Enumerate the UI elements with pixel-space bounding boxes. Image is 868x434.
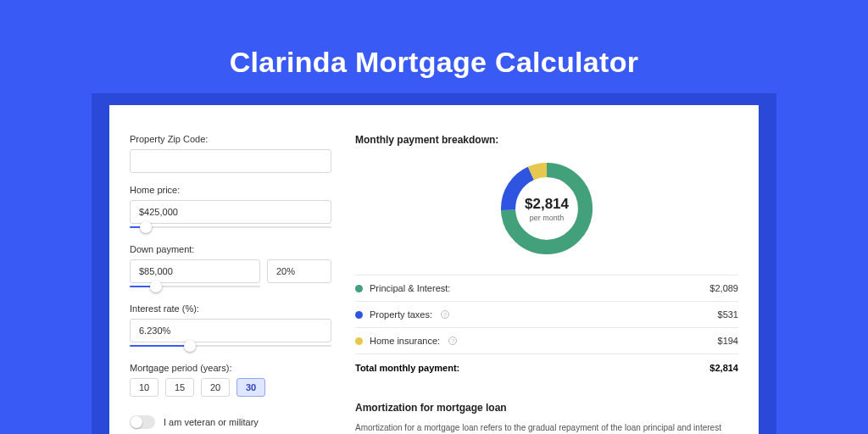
interest-input[interactable] bbox=[130, 319, 331, 342]
legend-item-label: Property taxes: bbox=[370, 309, 432, 320]
legend: Principal & Interest:$2,089Property taxe… bbox=[355, 275, 738, 354]
down-payment-slider[interactable] bbox=[130, 281, 260, 292]
interest-label: Interest rate (%): bbox=[130, 303, 331, 314]
interest-slider[interactable] bbox=[130, 341, 331, 351]
donut-center-sub: per month bbox=[530, 214, 565, 222]
period-option-10[interactable]: 10 bbox=[130, 378, 159, 397]
period-option-30[interactable]: 30 bbox=[236, 378, 265, 397]
info-icon[interactable]: ? bbox=[441, 310, 449, 319]
down-payment-pct-input[interactable] bbox=[267, 259, 331, 283]
gold-dot-icon bbox=[355, 337, 363, 345]
down-payment-label: Down payment: bbox=[130, 244, 331, 254]
legend-item-label: Home insurance: bbox=[370, 336, 440, 346]
period-option-15[interactable]: 15 bbox=[165, 378, 194, 397]
legend-item-label: Principal & Interest: bbox=[370, 283, 450, 293]
legend-row: Property taxes:?$531 bbox=[355, 302, 738, 328]
period-option-20[interactable]: 20 bbox=[201, 378, 230, 397]
home-price-input[interactable] bbox=[130, 200, 331, 224]
legend-total-label: Total monthly payment: bbox=[355, 363, 459, 373]
page-title: Clarinda Mortgage Calculator bbox=[0, 46, 868, 79]
stage: Clarinda Mortgage Calculator Property Zi… bbox=[0, 0, 868, 434]
legend-row: Principal & Interest:$2,089 bbox=[355, 275, 738, 302]
donut-chart: $2,814 per month bbox=[355, 158, 738, 259]
veteran-label: I am veteran or military bbox=[164, 417, 259, 427]
legend-item-value: $531 bbox=[718, 309, 738, 320]
legend-item-value: $194 bbox=[718, 336, 738, 346]
donut-center-amount: $2,814 bbox=[525, 196, 569, 213]
zip-input[interactable] bbox=[130, 149, 331, 173]
green-dot-icon bbox=[355, 285, 363, 292]
period-options: 10152030 bbox=[130, 378, 331, 397]
home-price-label: Home price: bbox=[130, 185, 331, 195]
breakdown-column: Monthly payment breakdown: $2,814 per mo… bbox=[355, 134, 738, 434]
legend-item-value: $2,089 bbox=[709, 283, 738, 293]
down-payment-amount-input[interactable] bbox=[130, 259, 260, 283]
form-column: Property Zip Code: Home price: Down paym… bbox=[130, 134, 331, 429]
period-label: Mortgage period (years): bbox=[130, 363, 331, 373]
legend-total-row: Total monthly payment: $2,814 bbox=[355, 354, 738, 381]
blue-dot-icon bbox=[355, 311, 363, 319]
home-price-slider[interactable] bbox=[130, 222, 331, 232]
calculator-panel: Property Zip Code: Home price: Down paym… bbox=[109, 105, 759, 434]
amortization-text: Amortization for a mortgage loan refers … bbox=[355, 422, 738, 434]
amortization-title: Amortization for mortgage loan bbox=[355, 402, 738, 414]
legend-row: Home insurance:?$194 bbox=[355, 328, 738, 354]
breakdown-title: Monthly payment breakdown: bbox=[355, 134, 738, 146]
legend-total-value: $2,814 bbox=[709, 363, 738, 373]
info-icon[interactable]: ? bbox=[448, 337, 457, 345]
zip-label: Property Zip Code: bbox=[130, 134, 331, 144]
veteran-toggle[interactable] bbox=[130, 415, 155, 429]
